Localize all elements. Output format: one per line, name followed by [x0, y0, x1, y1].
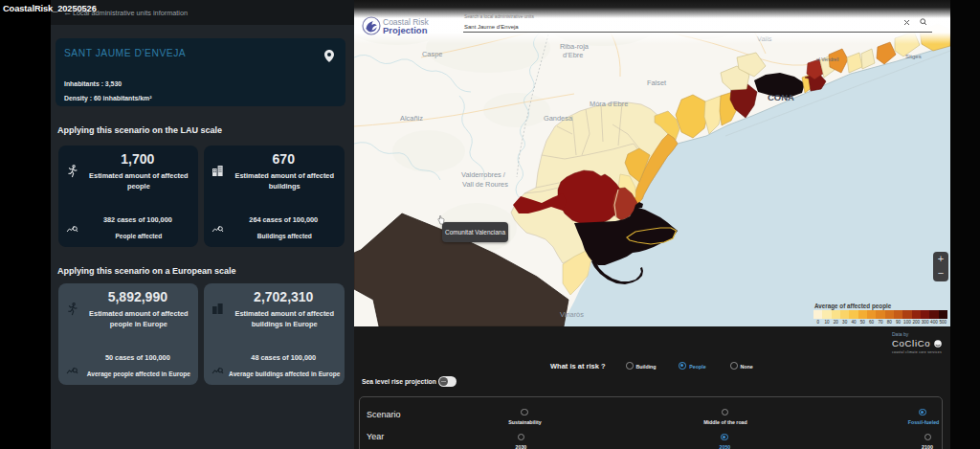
svg-text:Projection: Projection: [383, 25, 428, 35]
svg-text:Móra d’Ebre: Móra d’Ebre: [590, 100, 628, 108]
svg-text:CONA: CONA: [768, 92, 794, 102]
svg-text:Gandesa: Gandesa: [544, 114, 573, 123]
svg-text:Vinaròs: Vinaròs: [560, 310, 584, 319]
svg-text:Vall de Roures: Vall de Roures: [462, 180, 508, 189]
svg-text:Valderrobres /: Valderrobres /: [461, 170, 506, 179]
svg-text:Caspe: Caspe: [422, 50, 442, 58]
svg-text:el Vendrell: el Vendrell: [816, 56, 838, 62]
svg-text:Alcañiz: Alcañiz: [400, 114, 423, 123]
svg-text:d’Ebre: d’Ebre: [563, 51, 583, 59]
svg-text:Riba-roja: Riba-roja: [560, 42, 590, 51]
svg-text:Montblanc: Montblanc: [591, 8, 624, 16]
svg-text:Valls: Valls: [757, 34, 772, 43]
svg-text:Falset: Falset: [647, 79, 666, 87]
svg-text:Sitges: Sitges: [905, 54, 922, 59]
